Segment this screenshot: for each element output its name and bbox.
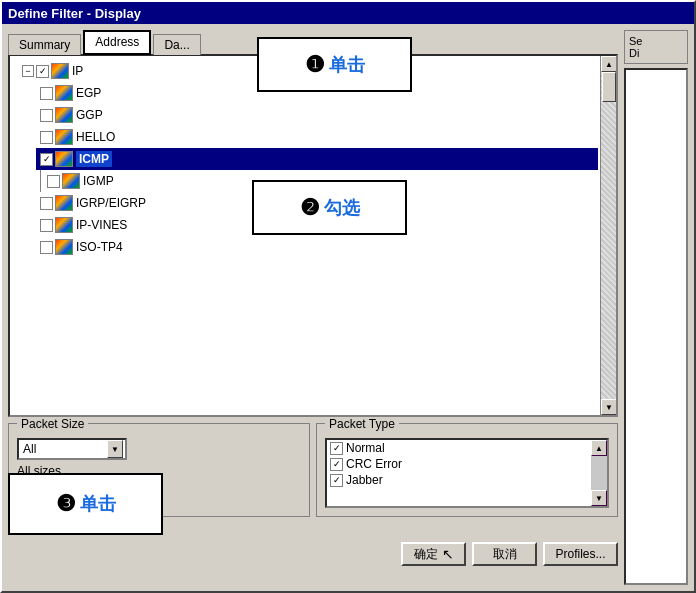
checkbox-ipvines[interactable] — [40, 219, 53, 232]
button-row: ❸ 单击 确定 ↖ 取消 Profiles... — [8, 523, 618, 585]
proto-icon-igrp — [55, 195, 73, 211]
proto-icon-egp — [55, 85, 73, 101]
proto-icon-igmp — [62, 173, 80, 189]
packet-type-list: Normal CRC Error Jabber ▲ — [325, 438, 609, 508]
checkbox-isotp4[interactable] — [40, 241, 53, 254]
tree-label-ip: IP — [72, 64, 83, 78]
left-panel: Summary Address Da... − — [8, 30, 618, 585]
tree-scrollbar[interactable]: ▲ ▼ — [600, 56, 616, 415]
tab-address[interactable]: Address — [83, 30, 151, 55]
expand-btn-ip[interactable]: − — [22, 65, 34, 77]
tree-label-icmp: ICMP — [76, 151, 112, 167]
pt-label-jabber: Jabber — [346, 473, 383, 487]
proto-icon-ip — [51, 63, 69, 79]
packet-type-title: Packet Type — [325, 417, 399, 431]
tree-item-icmp[interactable]: ICMP — [36, 148, 598, 170]
scrollbar-down-btn[interactable]: ▼ — [601, 399, 617, 415]
tree-label-ipvines: IP-VINES — [76, 218, 127, 232]
proto-icon-hello — [55, 129, 73, 145]
checkbox-hello[interactable] — [40, 131, 53, 144]
pt-label-normal: Normal — [346, 441, 385, 455]
scrollbar-up-btn[interactable]: ▲ — [601, 56, 617, 72]
proto-icon-icmp — [55, 151, 73, 167]
packet-size-title: Packet Size — [17, 417, 88, 431]
checkbox-igrp[interactable] — [40, 197, 53, 210]
pt-checkbox-jabber[interactable] — [330, 474, 343, 487]
cancel-button[interactable]: 取消 — [472, 542, 537, 566]
ok-button[interactable]: 确定 ↖ — [401, 542, 466, 566]
tree-label-isotp4: ISO-TP4 — [76, 240, 123, 254]
annotation-1: ❶ 单击 — [257, 37, 412, 92]
tree-item-ggp[interactable]: GGP — [36, 104, 598, 126]
tab-data[interactable]: Da... — [153, 34, 200, 55]
packet-type-group: Packet Type Normal CRC Error Jabber — [316, 423, 618, 517]
checkbox-icmp[interactable] — [40, 153, 53, 166]
tree-label-igrp: IGRP/EIGRP — [76, 196, 146, 210]
tree-label-ggp: GGP — [76, 108, 103, 122]
main-window: Define Filter - Display Summary Address … — [0, 0, 696, 593]
right-panel-list — [624, 68, 688, 585]
dropdown-arrow-icon[interactable]: ▼ — [107, 440, 123, 458]
annotation-3: ❸ 单击 — [8, 473, 163, 535]
right-panel-top: Se Di — [624, 30, 688, 64]
checkbox-ip[interactable] — [36, 65, 49, 78]
pt-checkbox-crc[interactable] — [330, 458, 343, 471]
pt-scrollbar[interactable]: ▲ ▼ — [591, 440, 607, 506]
right-panel: Se Di — [618, 30, 688, 585]
ann1-text: 单击 — [329, 53, 365, 77]
ann2-text: 勾选 — [324, 196, 360, 220]
title-bar: Define Filter - Display — [2, 2, 694, 24]
tree-label-igmp: IGMP — [83, 174, 114, 188]
ann3-symbol: ❸ — [56, 491, 76, 517]
tab-summary[interactable]: Summary — [8, 34, 81, 55]
checkbox-egp[interactable] — [40, 87, 53, 100]
packet-size-select[interactable]: All ▼ — [17, 438, 127, 460]
proto-icon-ggp — [55, 107, 73, 123]
pt-scroll-up[interactable]: ▲ — [591, 440, 607, 456]
tree-item-hello[interactable]: HELLO — [36, 126, 598, 148]
select-value: All — [23, 442, 36, 456]
ann3-text: 单击 — [80, 492, 116, 516]
cursor-icon: ↖ — [442, 546, 454, 562]
proto-icon-ipvines — [55, 217, 73, 233]
scrollbar-thumb[interactable] — [602, 72, 616, 102]
checkbox-igmp[interactable] — [47, 175, 60, 188]
title-text: Define Filter - Display — [8, 6, 141, 21]
annotation-2: ❷ 勾选 — [252, 180, 407, 235]
pt-item-jabber[interactable]: Jabber — [327, 472, 607, 488]
pt-scroll-down[interactable]: ▼ — [591, 490, 607, 506]
proto-icon-isotp4 — [55, 239, 73, 255]
pt-label-crc: CRC Error — [346, 457, 402, 471]
pt-checkbox-normal[interactable] — [330, 442, 343, 455]
pt-item-crc[interactable]: CRC Error — [327, 456, 607, 472]
profiles-button[interactable]: Profiles... — [543, 542, 618, 566]
tree-panel: − IP EGP — [8, 54, 618, 417]
checkbox-ggp[interactable] — [40, 109, 53, 122]
tree-item-isotp4[interactable]: ISO-TP4 — [36, 236, 598, 258]
pt-item-normal[interactable]: Normal — [327, 440, 607, 456]
tree-label-egp: EGP — [76, 86, 101, 100]
tree-label-hello: HELLO — [76, 130, 115, 144]
